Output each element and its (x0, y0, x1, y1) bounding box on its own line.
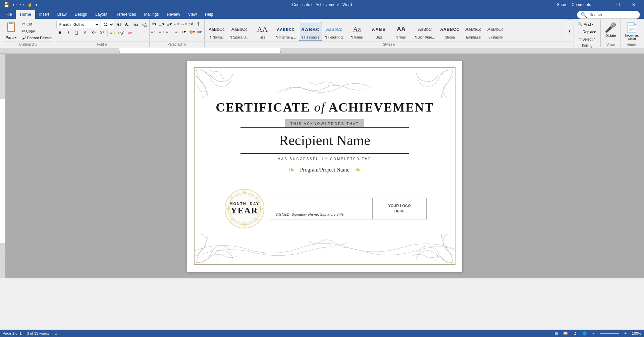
redo-button[interactable]: ↪ (19, 1, 25, 8)
superscript-button[interactable]: X² (98, 29, 106, 37)
text-highlight-button[interactable]: ab🖊 (118, 29, 125, 37)
styles-container: AaBbCc ¶ Normal AaBbCc ¶ Space B... AA (206, 22, 566, 41)
style-signature-preview: AaBbC (415, 23, 435, 36)
subscript-button[interactable]: X₂ (90, 29, 97, 37)
minimize-button[interactable]: — (595, 0, 610, 9)
find-dropdown-icon[interactable]: ▾ (592, 23, 593, 26)
tab-help[interactable]: Help (201, 10, 217, 19)
search-bar[interactable]: 🔍 (577, 11, 640, 19)
tab-insert[interactable]: Insert (35, 10, 53, 19)
align-right-button[interactable]: ≡→ (166, 28, 172, 35)
ribbon-tabs[interactable]: File Home Insert Draw Design Layout Refe… (0, 9, 644, 19)
align-center-button[interactable]: ≡↔ (158, 28, 165, 35)
font-launcher[interactable]: ⧉ (105, 43, 107, 46)
close-button[interactable]: ✕ (626, 0, 641, 9)
clipboard-launcher[interactable]: ⧉ (35, 43, 37, 46)
tab-design[interactable]: Design (71, 10, 91, 19)
style-signature-label: ¶ Signature... (415, 36, 435, 39)
style-heading2[interactable]: AaBbCc ¶ Heading 2 (323, 22, 345, 41)
paste-dropdown-icon[interactable]: ▾ (15, 36, 16, 39)
borders-button[interactable]: ⊞▾ (196, 28, 203, 35)
tab-layout[interactable]: Layout (91, 10, 111, 19)
tab-view[interactable]: View (184, 10, 201, 19)
styles-scroll-buttons[interactable]: ▲ ▼ ▾ (567, 19, 572, 42)
multilevel-button[interactable]: ⊞▾ (166, 21, 172, 27)
increase-indent-button[interactable]: →≡ (180, 21, 187, 27)
tab-draw[interactable]: Draw (53, 10, 71, 19)
line-spacing-button[interactable]: ↕▾ (180, 28, 187, 35)
paste-button[interactable]: 📋 Paste ▾ (3, 21, 19, 41)
style-intense-e[interactable]: AABBCC ¶ Intense E... (274, 22, 298, 41)
customize-qat-button[interactable]: ▾ (35, 2, 38, 7)
style-date[interactable]: AABB Date (368, 22, 390, 41)
tab-references[interactable]: References (111, 10, 140, 19)
bullets-button[interactable]: ≡▾ (151, 21, 158, 27)
styles-launcher[interactable]: ⧉ (393, 43, 395, 46)
sort-button[interactable]: ↕A (188, 21, 195, 27)
decrease-font-button[interactable]: A↓ (124, 21, 131, 28)
comments-button[interactable]: Comments (572, 2, 591, 7)
cut-button[interactable]: ✂ Cut (20, 21, 53, 27)
dictate-button[interactable]: 🎤 Dictate (602, 21, 619, 39)
style-space-before[interactable]: AaBbCc ¶ Space B... (228, 22, 251, 41)
numbering-button[interactable]: 1.▾ (158, 21, 165, 27)
tab-file[interactable]: File (1, 10, 16, 19)
tab-home[interactable]: Home (16, 10, 35, 19)
justify-button[interactable]: ≡ (173, 28, 180, 35)
style-title[interactable]: AA Title (252, 22, 273, 41)
share-button[interactable]: Share (557, 2, 568, 7)
undo-button[interactable]: ↩ (12, 1, 18, 8)
signature-logo-area: SIGNED, Signatory Name, Signatory Title … (270, 198, 427, 219)
font-color-button[interactable]: A▾ (126, 29, 133, 37)
format-painter-button[interactable]: 🖌 Format Painter (20, 35, 53, 41)
show-marks-button[interactable]: ¶ (195, 21, 202, 27)
italic-button[interactable]: I (65, 29, 72, 37)
strikethrough-button[interactable]: S (82, 29, 89, 37)
restore-button[interactable]: ❐ (610, 0, 626, 9)
svg-point-8 (212, 255, 217, 260)
font-group-label: Font ⧉ (56, 42, 148, 47)
align-left-button[interactable]: ≡← (151, 28, 158, 35)
style-heading2-preview: AaBbCc (325, 23, 343, 36)
style-date-preview: AABB (371, 23, 387, 36)
editing-group-label: Editing (575, 43, 599, 48)
style-emphasis[interactable]: AaBbCc Emphasis (463, 22, 484, 41)
recipient-section: Recipient Name (240, 129, 409, 154)
style-signature[interactable]: AaBbC ¶ Signature... (413, 22, 437, 41)
style-heading1[interactable]: AABBC ¶ Heading 1 (299, 22, 322, 41)
bold-button[interactable]: B (56, 29, 64, 37)
search-input[interactable] (589, 12, 636, 17)
font-name-select[interactable]: Franklin Gothic (56, 21, 100, 28)
shading-button[interactable]: 🎨▾ (189, 28, 196, 35)
tab-review[interactable]: Review (163, 10, 184, 19)
find-button[interactable]: 🔍 Find ▾ (575, 21, 596, 28)
window-controls[interactable]: — ❐ ✕ (595, 0, 641, 9)
save-button[interactable]: 💾 (3, 1, 10, 8)
replace-button[interactable]: ↔ Replace (575, 28, 598, 35)
document-cloud-button[interactable]: 📄 Document Cloud (622, 21, 641, 42)
tab-mailings[interactable]: Mailings (140, 10, 163, 19)
copy-button[interactable]: ⧉ Copy (20, 28, 53, 34)
style-title-preview: AA (254, 23, 271, 36)
underline-button[interactable]: U (73, 29, 80, 37)
style-normal[interactable]: AaBbCc ¶ Normal (206, 22, 227, 41)
touch-button[interactable]: ☝ (26, 2, 33, 8)
text-effects-button[interactable]: A✨ (109, 29, 117, 37)
font-size-select[interactable]: 12 (101, 21, 114, 28)
select-button[interactable]: ⬚ Select ˅ (575, 36, 598, 43)
style-name-preview: Aa (348, 23, 365, 36)
increase-font-button[interactable]: A↑ (115, 21, 123, 28)
change-case-button[interactable]: Aa (132, 21, 140, 28)
style-year[interactable]: AA ¶ Year (390, 22, 412, 41)
style-signature2[interactable]: AaBbCc Signature (485, 22, 506, 41)
paragraph-launcher[interactable]: ⧉ (184, 43, 186, 46)
style-signature2-label: Signature (488, 36, 503, 39)
style-name[interactable]: Aa ¶ Name (346, 22, 368, 41)
style-strong[interactable]: AABBCC Strong (438, 22, 462, 41)
styles-scroll-down[interactable]: ▼ (567, 19, 572, 42)
quick-access-toolbar[interactable]: 💾 ↩ ↪ ☝ ▾ (3, 1, 38, 8)
clear-format-button[interactable]: ✕A (141, 21, 148, 28)
ruler (0, 48, 644, 54)
style-emphasis-label: Emphasis (466, 36, 481, 39)
decrease-indent-button[interactable]: ←≡ (173, 21, 180, 27)
